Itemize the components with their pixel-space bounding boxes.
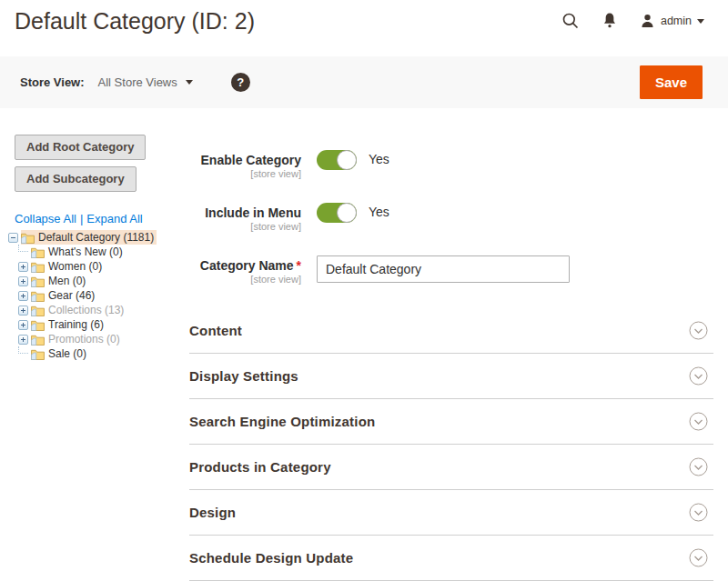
folder-icon	[31, 261, 45, 273]
tree-item-label: Collections (13)	[48, 304, 124, 316]
category-tree: Default Category (1181) What's New (0) W…	[8, 230, 189, 361]
category-tree-panel: Add Root Category Add Subcategory Collap…	[15, 135, 189, 581]
tree-item-label: Gear (46)	[48, 289, 95, 302]
section-title: Search Engine Optimization	[189, 414, 375, 429]
expand-plus-icon[interactable]	[18, 306, 28, 316]
chevron-down-circle-icon[interactable]	[689, 366, 708, 386]
section-title: Schedule Design Update	[189, 550, 353, 566]
folder-icon	[31, 275, 45, 287]
save-button[interactable]: Save	[640, 65, 703, 99]
help-icon[interactable]: ?	[231, 73, 250, 92]
field-scope-hint: [store view]	[189, 168, 301, 179]
add-subcategory-button[interactable]: Add Subcategory	[15, 166, 136, 192]
tree-item-label: Women (0)	[48, 260, 102, 273]
toggle-knob	[337, 203, 357, 223]
section-content[interactable]: Content	[189, 308, 713, 354]
page-toolbar: Store View: All Store Views ? Save	[0, 56, 728, 108]
accordion-sections: Content Display Settings Search Engine O…	[189, 308, 713, 581]
account-menu[interactable]: admin	[640, 13, 704, 29]
bell-icon[interactable]	[602, 12, 618, 30]
folder-icon	[31, 305, 45, 316]
store-view-value: All Store Views	[98, 75, 177, 89]
toggle-value: Yes	[369, 150, 389, 166]
tree-item-label: What's New (0)	[48, 245, 123, 258]
tree-item-label: Training (6)	[48, 318, 104, 331]
header-actions: admin	[561, 12, 704, 30]
tree-item-women[interactable]: Women (0)	[8, 259, 189, 274]
section-title: Design	[189, 505, 236, 520]
toggle-value: Yes	[369, 203, 389, 219]
tree-item-promotions[interactable]: Promotions (0)	[8, 332, 189, 346]
admin-username: admin	[661, 15, 692, 27]
chevron-down-circle-icon[interactable]	[689, 548, 708, 567]
field-label: Include in Menu	[189, 205, 301, 220]
expand-all-link[interactable]: Expand All	[86, 212, 142, 225]
folder-icon	[31, 290, 45, 302]
section-products-in-category[interactable]: Products in Category	[189, 445, 713, 490]
chevron-down-circle-icon[interactable]	[689, 503, 708, 522]
field-label: Enable Category	[189, 153, 301, 167]
search-icon[interactable]	[561, 12, 580, 30]
folder-icon	[31, 319, 45, 331]
user-icon	[640, 13, 655, 29]
tree-item-default-category[interactable]: Default Category (1181)	[8, 230, 189, 245]
tree-links: Collapse All|Expand All	[15, 212, 189, 225]
expand-plus-icon[interactable]	[18, 276, 28, 286]
include-in-menu-toggle[interactable]	[317, 203, 357, 223]
store-view-switcher[interactable]: All Store Views	[98, 75, 193, 89]
field-scope-hint: [store view]	[189, 274, 301, 285]
tree-item-label: Sale (0)	[48, 347, 86, 360]
field-label: Category Name*	[189, 258, 301, 273]
tree-item-label: Men (0)	[48, 275, 86, 287]
category-form: Enable Category [store view] Yes Include…	[189, 135, 713, 581]
folder-icon	[31, 334, 45, 346]
category-name-input[interactable]	[317, 255, 570, 283]
section-title: Products in Category	[189, 459, 331, 475]
tree-item-whats-new[interactable]: What's New (0)	[8, 245, 189, 259]
section-schedule-design-update[interactable]: Schedule Design Update	[189, 536, 713, 581]
folder-icon	[31, 246, 45, 258]
tree-item-gear[interactable]: Gear (46)	[8, 288, 189, 303]
link-separator: |	[80, 212, 83, 225]
chevron-down-icon	[697, 19, 704, 24]
expand-plus-icon[interactable]	[18, 291, 28, 301]
folder-icon	[31, 348, 45, 360]
tree-item-sale[interactable]: Sale (0)	[8, 346, 189, 361]
toggle-knob	[337, 150, 357, 170]
collapse-all-link[interactable]: Collapse All	[15, 212, 76, 225]
add-root-category-button[interactable]: Add Root Category	[15, 135, 146, 160]
field-include-in-menu: Include in Menu [store view] Yes	[189, 203, 713, 232]
tree-item-label: Default Category (1181)	[38, 231, 154, 244]
chevron-down-circle-icon[interactable]	[689, 321, 708, 340]
section-title: Content	[189, 323, 242, 338]
section-display-settings[interactable]: Display Settings	[189, 354, 713, 399]
page-title: Default Category (ID: 2)	[15, 8, 255, 35]
content-area: Add Root Category Add Subcategory Collap…	[0, 108, 728, 581]
page-header: Default Category (ID: 2) admin	[0, 0, 728, 56]
tree-item-label: Promotions (0)	[48, 333, 120, 346]
field-enable-category: Enable Category [store view] Yes	[189, 150, 713, 179]
tree-connector	[18, 346, 28, 354]
tree-item-training[interactable]: Training (6)	[8, 317, 189, 332]
store-view-label: Store View:	[20, 75, 85, 89]
tree-connector	[18, 245, 28, 252]
expand-plus-icon[interactable]	[18, 262, 28, 272]
enable-category-toggle[interactable]	[317, 150, 357, 170]
required-marker: *	[297, 258, 301, 273]
chevron-down-circle-icon[interactable]	[689, 412, 708, 431]
folder-icon	[21, 232, 35, 244]
expand-plus-icon[interactable]	[18, 335, 28, 345]
section-title: Display Settings	[189, 368, 298, 384]
tree-item-men[interactable]: Men (0)	[8, 274, 189, 288]
field-category-name: Category Name* [store view]	[189, 255, 713, 285]
section-search-engine-optimization[interactable]: Search Engine Optimization	[189, 399, 713, 445]
section-design[interactable]: Design	[189, 490, 713, 536]
chevron-down-circle-icon[interactable]	[689, 457, 708, 476]
collapse-minus-icon[interactable]	[8, 233, 18, 243]
tree-item-collections[interactable]: Collections (13)	[8, 303, 189, 317]
expand-plus-icon[interactable]	[18, 320, 28, 330]
chevron-down-icon	[186, 80, 193, 85]
field-scope-hint: [store view]	[189, 221, 301, 232]
